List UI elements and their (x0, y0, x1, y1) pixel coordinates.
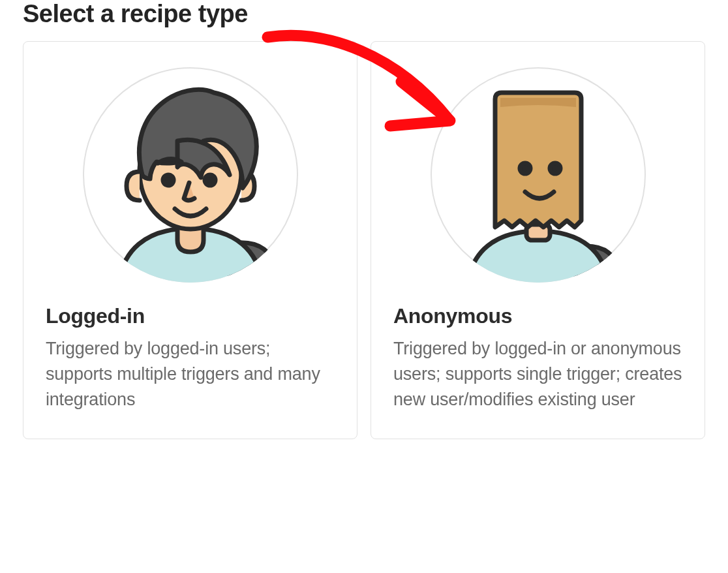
card-logged-in[interactable]: Logged-in Triggered by logged-in users; … (23, 41, 357, 439)
anonymous-illustration (393, 64, 682, 286)
svg-point-4 (205, 175, 215, 185)
logged-in-illustration (46, 64, 335, 286)
paper-bag-avatar-icon (427, 64, 649, 286)
card-desc-anonymous: Triggered by logged-in or anonymous user… (393, 336, 682, 412)
svg-point-8 (520, 163, 530, 174)
svg-point-3 (163, 175, 174, 185)
svg-point-9 (550, 163, 560, 174)
recipe-type-cards: Logged-in Triggered by logged-in users; … (23, 41, 705, 439)
page-title: Select a recipe type (23, 0, 705, 28)
card-title-anonymous: Anonymous (393, 304, 682, 328)
card-title-logged-in: Logged-in (46, 304, 335, 328)
person-avatar-icon (80, 64, 301, 286)
card-desc-logged-in: Triggered by logged-in users; supports m… (46, 336, 335, 412)
card-anonymous[interactable]: Anonymous Triggered by logged-in or anon… (371, 41, 705, 439)
